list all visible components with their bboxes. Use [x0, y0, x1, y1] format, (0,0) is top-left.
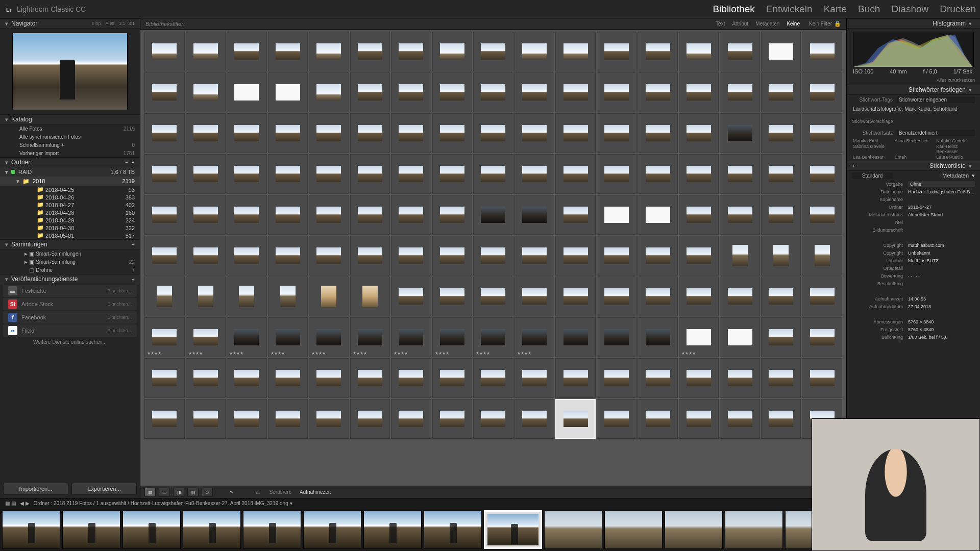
folder-date[interactable]: 📁 2018-05-01517 [0, 232, 140, 239]
grid-cell[interactable] [761, 358, 801, 398]
grid-cell[interactable] [432, 72, 473, 112]
grid-cell[interactable] [309, 399, 349, 439]
catalog-synced[interactable]: Alle synchronisierten Fotos [0, 133, 140, 141]
kw-person[interactable]: Karl-Heinz Benkesser [936, 144, 974, 154]
collection-item[interactable]: ▢ Drohne7 [0, 266, 140, 274]
secondary-window-icon[interactable]: ▦ ▤ [5, 500, 16, 506]
grid-cell[interactable] [679, 72, 719, 112]
folder-year[interactable]: ▾ 📁 2018 2119 [0, 177, 140, 186]
grid-cell[interactable] [309, 358, 349, 398]
view-people-icon[interactable]: ☺ [202, 488, 213, 497]
grid-cell[interactable] [802, 154, 842, 194]
grid-cell[interactable]: ★★★★ [268, 317, 308, 357]
grid-cell[interactable] [802, 317, 842, 357]
reset-all-link[interactable]: Alles zurücksetzen [937, 78, 975, 83]
collections-header[interactable]: ▾ Sammlungen + [0, 239, 140, 249]
grid-cell[interactable] [597, 277, 637, 316]
grid-cell[interactable] [350, 154, 390, 194]
folder-date[interactable]: 📁 2018-04-28160 [0, 209, 140, 216]
grid-cell[interactable] [186, 277, 226, 316]
grid-cell[interactable] [432, 32, 473, 71]
publish-plus[interactable]: + [132, 276, 135, 282]
nav-3to1[interactable]: 3:1 [128, 21, 135, 26]
metadata-row[interactable]: Freigestellt5760 × 3840 [847, 325, 980, 333]
filmstrip-thumb[interactable] [363, 510, 422, 549]
grid-cell[interactable] [473, 399, 513, 439]
grid-cell[interactable]: ★★★★ [309, 317, 349, 357]
filmstrip-thumb[interactable] [665, 510, 723, 549]
grid-cell[interactable] [679, 236, 719, 276]
grid-cell[interactable] [802, 32, 842, 71]
grid-cell[interactable] [514, 277, 555, 316]
grid-cell[interactable] [761, 72, 801, 112]
grid-cell[interactable] [761, 399, 801, 439]
sort-direction-icon[interactable]: a↓ [256, 489, 261, 495]
filter-attribute[interactable]: Attribut [732, 21, 748, 27]
grid-cell[interactable] [514, 72, 555, 112]
publish-header[interactable]: ▾ Veröffentlichungsdienste + [0, 274, 140, 284]
grid-cell[interactable] [597, 72, 637, 112]
grid-cell[interactable]: ★★★★ [514, 317, 555, 357]
grid-cell[interactable] [350, 32, 390, 71]
nav-fill[interactable]: Ausf. [105, 21, 116, 26]
collections-plus[interactable]: + [132, 241, 135, 247]
grid-cell[interactable] [514, 154, 555, 194]
grid-cell[interactable] [268, 277, 308, 316]
grid-cell[interactable] [186, 358, 226, 398]
filter-none[interactable]: Keine [787, 21, 800, 27]
filmstrip-thumb[interactable] [303, 510, 361, 549]
grid-cell[interactable] [802, 236, 842, 276]
grid-cell[interactable] [227, 399, 267, 439]
filter-preset-dropdown[interactable]: Kein Filter [809, 21, 832, 27]
grid-cell[interactable] [350, 399, 390, 439]
view-compare-icon[interactable]: ◨ [173, 488, 184, 497]
grid-cell[interactable] [638, 154, 678, 194]
filter-text[interactable]: Text [716, 21, 725, 27]
grid-cell[interactable] [638, 317, 678, 357]
grid-cell[interactable] [227, 72, 267, 112]
metadata-row[interactable] [847, 234, 980, 241]
import-button[interactable]: Importieren... [3, 483, 68, 495]
grid-cell[interactable] [391, 154, 431, 194]
publish-harddrive[interactable]: ▬FestplatteEinrichten... [3, 285, 137, 297]
grid-cell[interactable] [391, 358, 431, 398]
filter-metadata[interactable]: Metadaten [755, 21, 779, 27]
grid-cell[interactable] [638, 113, 678, 153]
metadata-row[interactable]: Ordner2018-04-27 [847, 203, 980, 211]
grid-cell[interactable] [555, 358, 596, 398]
sort-dropdown[interactable]: Aufnahmezeit [300, 489, 331, 495]
folder-volume[interactable]: ▾ RAID 1,6 / 8 TB [0, 167, 140, 177]
grid-cell[interactable] [720, 399, 760, 439]
thumbnail-grid[interactable]: ★★★★★★★★★★★★★★★★★★★★★★★★★★★★★★★★★★★★★★★★… [140, 30, 846, 486]
metadata-row[interactable]: Bildunterschrift [847, 226, 980, 234]
grid-cell[interactable] [144, 358, 185, 398]
grid-cell[interactable] [391, 72, 431, 112]
view-grid-icon[interactable]: ▦ [144, 488, 156, 497]
module-print[interactable]: Drucken [940, 4, 976, 15]
kw-person[interactable]: Laura Pustilo [936, 155, 974, 160]
grid-cell[interactable] [473, 32, 513, 71]
grid-cell[interactable] [597, 399, 637, 439]
module-library[interactable]: Bibliothek [713, 4, 754, 15]
grid-cell[interactable] [186, 399, 226, 439]
grid-cell[interactable] [227, 358, 267, 398]
grid-cell[interactable]: ★★★★ [350, 317, 390, 357]
module-book[interactable]: Buch [858, 4, 880, 15]
grid-cell[interactable] [473, 236, 513, 276]
folder-date[interactable]: 📁 2018-04-2593 [0, 186, 140, 193]
grid-cell[interactable] [679, 32, 719, 71]
grid-cell[interactable] [350, 113, 390, 153]
filmstrip-thumb[interactable] [183, 510, 241, 549]
metadata-row[interactable]: MetadatenstatusAktuellster Stand [847, 211, 980, 218]
nav-1to1[interactable]: 1:1 [119, 21, 126, 26]
grid-cell[interactable] [679, 113, 719, 153]
grid-cell[interactable]: ★★★★ [391, 317, 431, 357]
kw-person[interactable]: Sabrina Gevele [853, 144, 891, 154]
grid-cell[interactable] [761, 277, 801, 316]
grid-cell[interactable] [555, 317, 596, 357]
grid-cell[interactable] [761, 195, 801, 235]
grid-cell[interactable] [802, 113, 842, 153]
grid-cell[interactable] [679, 358, 719, 398]
grid-cell[interactable] [514, 32, 555, 71]
grid-cell[interactable] [514, 113, 555, 153]
